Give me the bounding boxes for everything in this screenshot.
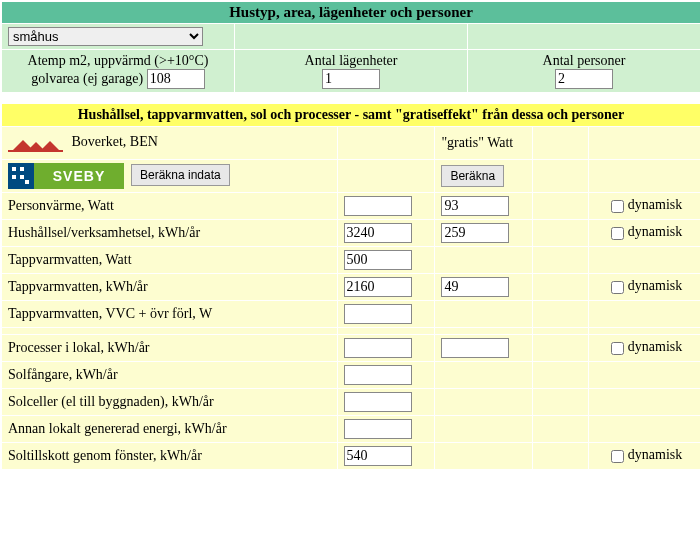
- row-label: Personvärme, Watt: [2, 193, 338, 220]
- row-label: Tappvarmvatten, Watt: [2, 247, 338, 274]
- row-input-1[interactable]: [344, 392, 412, 412]
- dynamisk-label: dynamisk: [628, 447, 682, 462]
- row-input-1[interactable]: [344, 365, 412, 385]
- row-label: Tappvarmvatten, kWh/år: [2, 274, 338, 301]
- hustyp-select[interactable]: småhus: [8, 27, 203, 46]
- row-input-1[interactable]: [344, 446, 412, 466]
- dynamisk-label: dynamisk: [628, 224, 682, 239]
- svg-marker-1: [28, 142, 44, 150]
- dynamisk-checkbox[interactable]: [611, 200, 624, 213]
- row-label: Solfångare, kWh/år: [2, 362, 338, 389]
- dynamisk-label: dynamisk: [628, 197, 682, 212]
- row-input-2[interactable]: [441, 277, 509, 297]
- row-input-1[interactable]: [344, 304, 412, 324]
- gratis-watt-header: "gratis" Watt: [435, 127, 533, 160]
- boverket-logo: [8, 130, 68, 156]
- berakna-button[interactable]: Beräkna: [441, 165, 504, 187]
- antal-personer-label: Antal personer: [543, 53, 626, 68]
- row-input-2[interactable]: [441, 223, 509, 243]
- sveby-logo: SVEBY: [34, 163, 124, 189]
- row-input-2[interactable]: [441, 338, 509, 358]
- antal-lagenheter-label: Antal lägenheter: [305, 53, 398, 68]
- row-input-1[interactable]: [344, 196, 412, 216]
- section2-title: Hushållsel, tappvarmvatten, sol och proc…: [2, 104, 701, 127]
- antal-lagenheter-input[interactable]: [322, 69, 380, 89]
- row-label: Solceller (el till byggnaden), kWh/år: [2, 389, 338, 416]
- dynamisk-checkbox[interactable]: [611, 450, 624, 463]
- svg-rect-3: [8, 150, 63, 152]
- row-label: Soltillskott genom fönster, kWh/år: [2, 443, 338, 470]
- dynamisk-label: dynamisk: [628, 339, 682, 354]
- row-input-2[interactable]: [441, 196, 509, 216]
- row-label: Hushållsel/verksamhetsel, kWh/år: [2, 220, 338, 247]
- dynamisk-checkbox[interactable]: [611, 342, 624, 355]
- row-label: Tappvarmvatten, VVC + övr förl, W: [2, 301, 338, 328]
- dynamisk-checkbox[interactable]: [611, 227, 624, 240]
- atemp-label-line2: golvarea (ej garage): [31, 71, 143, 86]
- boverket-label: Boverket, BEN: [72, 134, 158, 149]
- row-input-1[interactable]: [344, 223, 412, 243]
- dynamisk-label: dynamisk: [628, 278, 682, 293]
- atemp-input[interactable]: [147, 69, 205, 89]
- berakna-indata-button[interactable]: Beräkna indata: [131, 164, 230, 186]
- row-input-1[interactable]: [344, 250, 412, 270]
- svg-marker-2: [41, 141, 59, 150]
- row-input-1[interactable]: [344, 338, 412, 358]
- row-input-1[interactable]: [344, 419, 412, 439]
- row-label: Annan lokalt genererad energi, kWh/år: [2, 416, 338, 443]
- dynamisk-checkbox[interactable]: [611, 281, 624, 294]
- section1-title: Hustyp, area, lägenheter och personer: [2, 2, 701, 24]
- atemp-label-line1: Atemp m2, uppvärmd (>+10°C): [28, 53, 209, 68]
- row-label: [2, 328, 338, 335]
- antal-personer-input[interactable]: [555, 69, 613, 89]
- row-label: Processer i lokal, kWh/år: [2, 335, 338, 362]
- row-input-1[interactable]: [344, 277, 412, 297]
